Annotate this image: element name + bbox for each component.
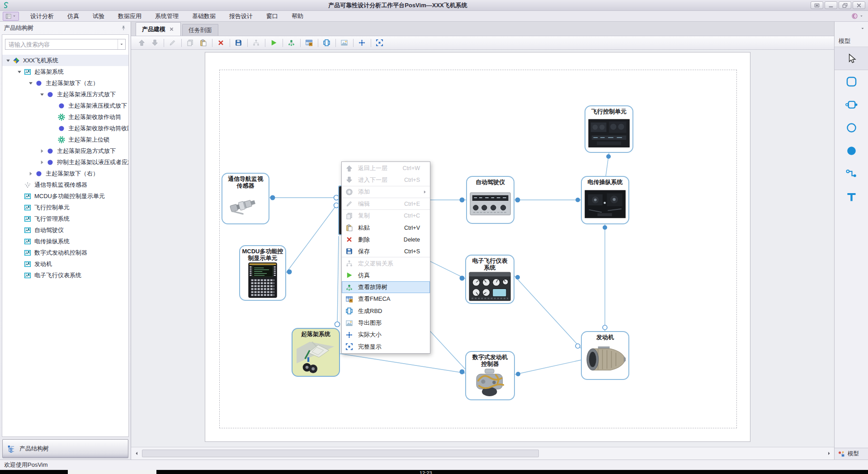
menu-item[interactable]: 试验 [86,11,111,21]
toolbar-button[interactable] [135,37,148,49]
tree-item[interactable]: 主起落架放下（右） [2,168,128,179]
shape-tool[interactable] [835,139,868,162]
context-menu-item[interactable]: 生成RBD [342,305,430,317]
tree-item[interactable]: 通信导航监视传感器 [2,179,128,190]
tree-item[interactable]: 主起落架应急方式放下 [2,145,128,156]
node-flight-control-unit[interactable]: 飞行控制单元 [585,105,633,153]
tri-open-icon[interactable] [39,91,45,98]
tree-item[interactable]: XXX飞机系统 [2,55,128,66]
menu-item[interactable]: 帮助 [285,11,310,21]
tree-item[interactable]: 起落架系统 [2,66,128,77]
node-autopilot[interactable]: 自动驾驶仪 [466,176,514,224]
toolbar-button[interactable] [355,37,368,49]
tab-mission-profile[interactable]: 任务剖面 [182,24,218,36]
tri-closed-icon[interactable] [39,148,45,154]
context-menu-item[interactable]: 进入下一层 Ctrl+S [342,174,430,186]
search-dropdown-button[interactable] [118,39,125,49]
scrollbar-thumb[interactable] [142,450,539,457]
close-tab-icon[interactable] [169,26,175,32]
tree-item[interactable]: 电传操纵系统 [2,236,128,247]
toolbar-button[interactable] [373,37,386,49]
menu-item[interactable]: 窗口 [259,11,285,21]
tree-item[interactable]: 数字式发动机控制器 [2,247,128,258]
toolbar-button[interactable] [338,37,351,49]
scroll-right-button[interactable] [825,450,833,458]
user-badge-icon[interactable] [851,13,858,19]
menu-item[interactable]: 设计分析 [24,11,61,21]
tree-item[interactable]: 电子飞行仪表系统 [2,270,128,281]
context-menu-item[interactable]: 保存 Ctrl+S [342,246,430,257]
chevron-down-icon[interactable] [859,14,863,18]
shape-tool[interactable] [835,162,868,185]
toolbar-button[interactable] [320,37,333,49]
node-fly-by-wire[interactable]: 电传操纵系统 [581,176,629,224]
node-landing-gear[interactable]: 起落架系统 [292,328,340,377]
node-comm-nav-sensor[interactable]: 通信导航监视 传感器 [222,173,269,224]
node-mcdu[interactable]: MCDU多功能控 制显示单元 [239,245,286,301]
tree-item[interactable]: 主起落架收放作动筒收回与... [2,123,128,134]
context-menu-item[interactable]: 删除 Delete [342,234,430,246]
shape-tool[interactable] [835,93,868,116]
tree-item[interactable]: 主起落架液压模式放下（左） [2,100,128,111]
context-menu-item[interactable]: 查看FMECA [342,293,430,305]
context-menu-item[interactable]: 添加 [342,186,430,198]
menu-item[interactable]: 仿真 [61,11,86,21]
search-input[interactable] [5,41,118,48]
tri-open-icon[interactable] [5,57,11,64]
tree-item[interactable]: 主起落架放下（左） [2,77,128,89]
context-menu-item[interactable]: 复制 Ctrl+C [342,210,430,222]
tree-item[interactable]: MCDU多功能控制显示单元 [2,190,128,202]
menu-item[interactable]: 数据应用 [111,11,148,21]
node-efis[interactable]: 电子飞行仪表 系统 [465,255,514,304]
toolbar-button[interactable] [148,37,161,49]
context-menu-item[interactable]: 导出图形 [342,317,430,329]
tree-item[interactable]: 主起落架上位锁 [2,134,128,145]
chevron-down-icon[interactable] [860,26,865,31]
fullscreen-button[interactable] [811,1,823,9]
menu-item[interactable]: 系统管理 [148,11,185,21]
sidebar-bottom-tab[interactable]: 产品结构树 [2,439,128,458]
toolbar-button[interactable] [302,37,316,49]
toolbar-button[interactable] [232,37,245,49]
toolbar-button[interactable] [267,37,280,49]
close-button[interactable] [853,1,865,9]
tri-open-icon[interactable] [16,69,23,75]
horizontal-scrollbar[interactable] [131,447,834,460]
scrollbar-track[interactable] [141,449,825,458]
node-engine[interactable]: 发动机 [581,331,629,380]
tri-open-icon[interactable] [28,80,34,86]
shape-tool[interactable] [835,116,868,139]
tree-item[interactable]: 主起落架液压方式放下 [2,89,128,100]
tree-item[interactable]: 自动驾驶仪 [2,224,128,236]
tree-item[interactable]: 抑制主起落架以液压或者应急模... [2,156,128,168]
context-menu-item[interactable]: 完整显示 [342,341,430,352]
tri-closed-icon[interactable] [28,171,34,177]
menu-item[interactable]: 基础数据 [185,11,222,21]
scroll-left-button[interactable] [132,450,141,458]
toolbar-button[interactable] [214,37,227,49]
minimize-button[interactable] [825,1,837,9]
context-menu-item[interactable]: 定义逻辑关系 [342,257,430,269]
toolbar-button[interactable] [197,37,210,49]
menu-item[interactable]: 报告设计 [222,11,259,21]
tri-closed-icon[interactable] [39,159,45,166]
context-menu-item[interactable]: 编辑 Ctrl+E [342,198,430,210]
toolbar-button[interactable] [285,37,298,49]
context-menu-item[interactable]: 粘贴 Ctrl+V [342,222,430,233]
pin-icon[interactable] [120,25,127,31]
tree-item[interactable]: 主起落架收放作动筒 [2,111,128,123]
tab-product-modeling[interactable]: 产品建模 [136,22,181,36]
shape-tool[interactable] [835,70,868,93]
tree-item[interactable]: 发动机 [2,258,128,270]
context-menu-item[interactable]: 仿真 [342,270,430,281]
context-menu-item[interactable]: 查看故障树 [342,281,430,293]
palette-bottom-tab[interactable]: 模型 [835,448,868,460]
shape-tool[interactable] [835,185,868,209]
context-menu-item[interactable]: 返回上一层 Ctrl+W [342,162,430,174]
toolbar-button[interactable] [166,37,179,49]
layout-tool-button[interactable] [3,12,19,21]
diagram-viewport[interactable]: 通信导航监视 传感器 MCDU多功能控 制显示单元 起落架系统 [131,50,834,447]
shape-tool[interactable] [835,47,868,70]
tree-item[interactable]: 飞行控制单元 [2,202,128,213]
toolbar-button[interactable] [250,37,263,49]
